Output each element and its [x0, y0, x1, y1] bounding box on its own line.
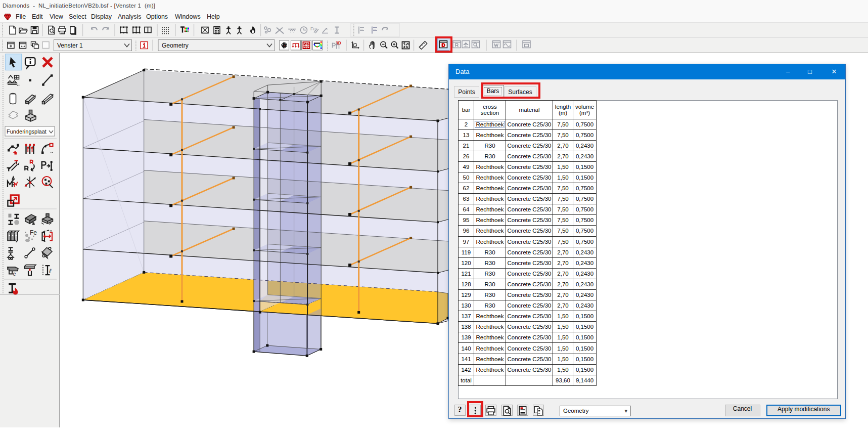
svg-text:Geometry: Geometry [162, 42, 189, 49]
svg-text:Venster 1: Venster 1 [57, 42, 83, 49]
svg-text:Fe: Fe [310, 26, 316, 31]
svg-text:Funderingsplaat: Funderingsplaat [7, 128, 47, 135]
svg-text:e: e [13, 271, 16, 277]
svg-text:Fe: Fe [30, 229, 37, 236]
svg-text:ℓ: ℓ [49, 268, 52, 275]
